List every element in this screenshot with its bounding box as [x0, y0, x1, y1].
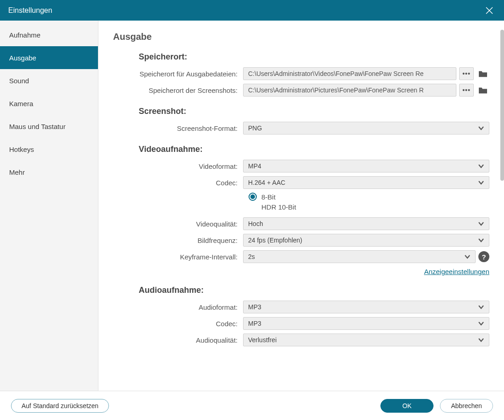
- label-video-codec: Codec:: [113, 179, 243, 187]
- chevron-down-icon: [478, 237, 484, 243]
- label-videoformat: Videoformat:: [113, 162, 243, 170]
- chevron-down-icon: [478, 163, 484, 169]
- screenshot-path-more-button[interactable]: •••: [459, 84, 474, 97]
- sidebar-item-sound[interactable]: Sound: [0, 69, 98, 92]
- screenshot-path-field[interactable]: C:\Users\Administrator\Pictures\FonePaw\…: [243, 84, 456, 97]
- sidebar-item-aufnahme[interactable]: Aufnahme: [0, 23, 98, 46]
- scrollbar-track[interactable]: [500, 30, 504, 391]
- sidebar-item-label: Ausgabe: [9, 54, 36, 62]
- chevron-down-icon: [478, 304, 484, 310]
- screenshot-path-open-folder-icon[interactable]: [477, 85, 489, 96]
- select-value: Hoch: [248, 220, 263, 227]
- audio-quality-select[interactable]: Verlustfrei: [243, 334, 489, 346]
- label-video-quality: Videoqualität:: [113, 220, 243, 228]
- label-audioformat: Audioformat:: [113, 303, 243, 311]
- sidebar-item-label: Kamera: [9, 100, 33, 108]
- chevron-down-icon: [478, 221, 484, 227]
- chevron-down-icon: [478, 337, 484, 343]
- chevron-down-icon: [478, 179, 484, 186]
- sidebar: Aufnahme Ausgabe Sound Kamera Maus und T…: [0, 21, 98, 391]
- chevron-down-icon: [464, 253, 471, 260]
- sidebar-item-ausgabe[interactable]: Ausgabe: [0, 46, 98, 69]
- output-path-more-button[interactable]: •••: [459, 67, 474, 80]
- bitdepth-hdr-radio-placeholder: [249, 203, 257, 211]
- sidebar-item-label: Sound: [9, 77, 29, 85]
- sidebar-item-label: Mehr: [9, 168, 25, 176]
- sidebar-item-label: Maus und Tastatur: [9, 123, 65, 130]
- select-value: PNG: [248, 124, 262, 132]
- label-output-path: Speicherort für Ausgabedateien:: [113, 70, 243, 78]
- keyframe-select[interactable]: 2s: [243, 250, 476, 263]
- output-path-field[interactable]: C:\Users\Administrator\Videos\FonePaw\Fo…: [243, 67, 456, 80]
- select-value: Verlustfrei: [248, 336, 276, 344]
- video-quality-select[interactable]: Hoch: [243, 217, 489, 230]
- bitdepth-8bit-label: 8-Bit: [261, 193, 276, 201]
- label-framerate: Bildfrequenz:: [113, 237, 243, 244]
- label-audio-codec: Codec:: [113, 320, 243, 328]
- main-pane: Ausgabe Speicherort: Speicherort für Aus…: [98, 21, 504, 391]
- videoformat-select[interactable]: MP4: [243, 160, 489, 172]
- sidebar-item-mehr[interactable]: Mehr: [0, 161, 98, 183]
- chevron-down-icon: [478, 320, 484, 327]
- section-title-speicherort: Speicherort:: [139, 52, 489, 62]
- bitdepth-8bit-radio[interactable]: [249, 193, 257, 201]
- label-screenshot-path: Speicherort der Screenshots:: [113, 86, 243, 94]
- ok-button[interactable]: OK: [380, 399, 434, 413]
- output-path-open-folder-icon[interactable]: [477, 68, 489, 79]
- audioformat-select[interactable]: MP3: [243, 301, 489, 313]
- label-screenshot-format: Screenshot-Format:: [113, 124, 243, 132]
- section-title-video: Videoaufnahme:: [139, 145, 489, 154]
- screenshot-format-select[interactable]: PNG: [243, 122, 489, 135]
- label-keyframe: Keyframe-Intervall:: [113, 253, 243, 261]
- display-settings-link[interactable]: Anzeigeeinstellungen: [424, 268, 489, 275]
- cancel-button[interactable]: Abbrechen: [440, 399, 493, 413]
- audio-codec-select[interactable]: MP3: [243, 317, 489, 330]
- window-title: Einstellungen: [8, 6, 483, 15]
- scrollbar-thumb[interactable]: [500, 30, 504, 181]
- select-value: H.264 + AAC: [248, 179, 285, 186]
- section-title-screenshot: Screenshot:: [139, 107, 489, 116]
- select-value: 2s: [248, 253, 255, 260]
- close-icon[interactable]: [483, 4, 496, 17]
- keyframe-help-icon[interactable]: ?: [478, 251, 489, 262]
- sidebar-item-maus-tastatur[interactable]: Maus und Tastatur: [0, 115, 98, 138]
- select-value: MP4: [248, 162, 261, 170]
- sidebar-item-kamera[interactable]: Kamera: [0, 92, 98, 115]
- page-title: Ausgabe: [113, 32, 489, 42]
- window-titlebar: Einstellungen: [0, 0, 504, 21]
- sidebar-item-hotkeys[interactable]: Hotkeys: [0, 138, 98, 161]
- bitdepth-hdr-label: HDR 10-Bit: [261, 203, 296, 211]
- chevron-down-icon: [478, 125, 484, 131]
- section-title-audio: Audioaufnahme:: [139, 285, 489, 295]
- sidebar-item-label: Aufnahme: [9, 31, 40, 39]
- sidebar-item-label: Hotkeys: [9, 145, 34, 153]
- select-value: MP3: [248, 320, 261, 327]
- select-value: MP3: [248, 303, 261, 311]
- video-codec-select[interactable]: H.264 + AAC: [243, 176, 489, 189]
- select-value: 24 fps (Empfohlen): [248, 237, 302, 244]
- label-audio-quality: Audioqualität:: [113, 336, 243, 344]
- main-scroll[interactable]: Ausgabe Speicherort: Speicherort für Aus…: [98, 21, 504, 391]
- reset-button[interactable]: Auf Standard zurücksetzen: [11, 399, 109, 413]
- footer: Auf Standard zurücksetzen OK Abbrechen: [0, 391, 504, 420]
- framerate-select[interactable]: 24 fps (Empfohlen): [243, 234, 489, 247]
